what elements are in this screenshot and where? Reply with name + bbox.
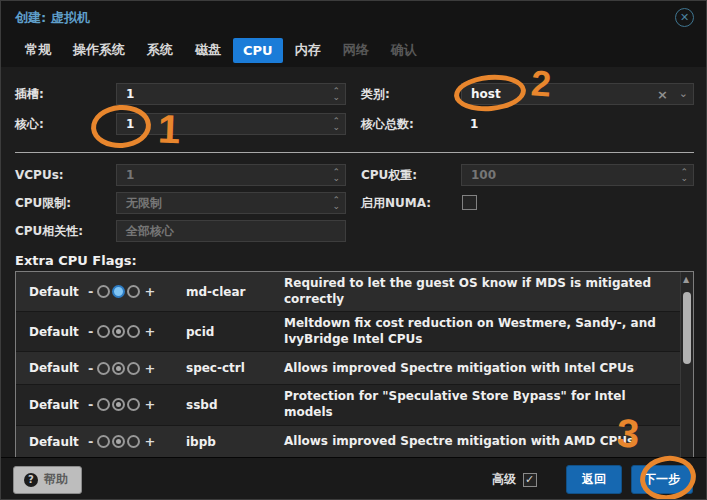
vcpus-spinner: 1 ⌃⌄ <box>116 164 346 186</box>
minus-icon[interactable]: - <box>88 361 93 376</box>
scroll-up-icon[interactable]: ▲ <box>683 275 689 284</box>
spinner-arrows-icon: ⌃⌄ <box>327 197 345 209</box>
radio-off[interactable] <box>97 285 110 298</box>
tab-os[interactable]: 操作系统 <box>63 36 135 64</box>
spinner-arrows-icon[interactable]: ⌃⌄ <box>327 88 345 100</box>
tab-memory[interactable]: 内存 <box>285 36 331 64</box>
cores-spinner[interactable]: 1 ⌃⌄ <box>116 113 346 135</box>
flag-radio-group[interactable]: - + <box>88 361 186 376</box>
tab-general[interactable]: 常规 <box>15 36 61 64</box>
radio-on[interactable] <box>127 285 140 298</box>
cpu-weight-spinner: 100 ⌃⌄ <box>461 164 694 186</box>
plus-icon[interactable]: + <box>144 284 155 299</box>
flag-radio-group[interactable]: - + <box>88 284 186 299</box>
flag-radio-group[interactable]: - + <box>88 434 186 449</box>
clear-icon[interactable]: × <box>651 87 674 102</box>
cores-label: 核心: <box>15 113 44 135</box>
titlebar: 创建: 虚拟机 ✕ <box>1 1 706 33</box>
plus-icon[interactable]: + <box>144 397 155 412</box>
minus-icon[interactable]: - <box>88 397 93 412</box>
cpu-type-combo[interactable]: host × ⌄ <box>461 83 694 105</box>
close-icon[interactable]: ✕ <box>675 8 694 27</box>
minus-icon[interactable]: - <box>88 434 93 449</box>
scrollbar-thumb[interactable] <box>683 292 691 364</box>
minus-icon[interactable]: - <box>88 284 93 299</box>
minus-icon[interactable]: - <box>88 324 93 339</box>
cpu-flags-table: Default - + md-clear Required to let the… <box>15 271 694 458</box>
radio-default-selected[interactable] <box>112 325 125 338</box>
total-cores-label: 核心总数: <box>361 113 414 135</box>
total-cores-value: 1 <box>470 113 478 135</box>
cpu-limit-label: CPU限制: <box>15 192 71 214</box>
flag-row-pcid[interactable]: Default - + pcid Meltdown fix cost reduc… <box>16 312 680 352</box>
cpu-limit-spinner: 无限制 ⌃⌄ <box>116 192 346 214</box>
cpu-affinity-input: 全部核心 <box>116 220 346 242</box>
radio-off[interactable] <box>97 325 110 338</box>
radio-default-selected[interactable] <box>112 285 125 298</box>
tab-network: 网络 <box>333 36 379 64</box>
flag-row-md-clear[interactable]: Default - + md-clear Required to let the… <box>16 272 680 312</box>
flag-radio-group[interactable]: - + <box>88 324 186 339</box>
flag-row-spec-ctrl[interactable]: Default - + spec-ctrl Allows improved Sp… <box>16 352 680 385</box>
flag-radio-group[interactable]: - + <box>88 397 186 412</box>
create-vm-dialog: 创建: 虚拟机 ✕ 常规 操作系统 系统 磁盘 CPU 内存 网络 确认 插槽:… <box>0 0 707 500</box>
numa-label: 启用NUMA: <box>361 192 431 214</box>
numa-checkbox[interactable] <box>462 195 477 210</box>
tab-system[interactable]: 系统 <box>137 36 183 64</box>
advanced-checkbox[interactable] <box>523 473 537 487</box>
tab-disks[interactable]: 磁盘 <box>185 36 231 64</box>
tab-cpu[interactable]: CPU <box>233 38 283 63</box>
radio-off[interactable] <box>97 362 110 375</box>
spinner-arrows-icon: ⌃⌄ <box>327 169 345 181</box>
plus-icon[interactable]: + <box>144 361 155 376</box>
tab-confirm: 确认 <box>381 36 427 64</box>
radio-default-selected[interactable] <box>112 362 125 375</box>
radio-default-selected[interactable] <box>112 398 125 411</box>
spinner-arrows-icon[interactable]: ⌃⌄ <box>327 118 345 130</box>
cpu-affinity-label: CPU相关性: <box>15 220 83 242</box>
back-button[interactable]: 返回 <box>566 465 622 494</box>
radio-on[interactable] <box>127 325 140 338</box>
radio-off[interactable] <box>97 398 110 411</box>
next-button[interactable]: 下一步 <box>631 465 693 494</box>
radio-on[interactable] <box>127 362 140 375</box>
vcpus-label: VCPUs: <box>15 164 64 186</box>
cpu-weight-label: CPU权重: <box>361 164 417 186</box>
section-divider <box>15 152 694 153</box>
help-button[interactable]: ? 帮助 <box>13 466 82 494</box>
help-icon: ? <box>24 473 38 487</box>
sockets-spinner[interactable]: 1 ⌃⌄ <box>116 83 346 105</box>
help-button-label: 帮助 <box>44 471 68 488</box>
extra-cpu-flags-title: Extra CPU Flags: <box>15 253 137 268</box>
sockets-label: 插槽: <box>15 83 44 105</box>
table-scrollbar[interactable]: ▲ <box>680 272 693 457</box>
footer-bar: ? 帮助 高级 返回 下一步 <box>1 457 706 499</box>
cpu-type-label: 类别: <box>361 83 390 105</box>
flag-row-ssbd[interactable]: Default - + ssbd Protection for "Specula… <box>16 385 680 425</box>
plus-icon[interactable]: + <box>144 434 155 449</box>
tab-bar: 常规 操作系统 系统 磁盘 CPU 内存 网络 确认 <box>1 33 706 67</box>
radio-off[interactable] <box>97 435 110 448</box>
flag-row-ibpb[interactable]: Default - + ibpb Allows improved Spectre… <box>16 426 680 459</box>
plus-icon[interactable]: + <box>144 324 155 339</box>
dialog-title: 创建: 虚拟机 <box>15 9 90 27</box>
radio-on[interactable] <box>127 398 140 411</box>
advanced-label: 高级 <box>492 471 516 488</box>
radio-default-selected[interactable] <box>112 435 125 448</box>
radio-on[interactable] <box>127 435 140 448</box>
chevron-down-icon[interactable]: ⌄ <box>674 91 693 97</box>
spinner-arrows-icon: ⌃⌄ <box>675 169 693 181</box>
